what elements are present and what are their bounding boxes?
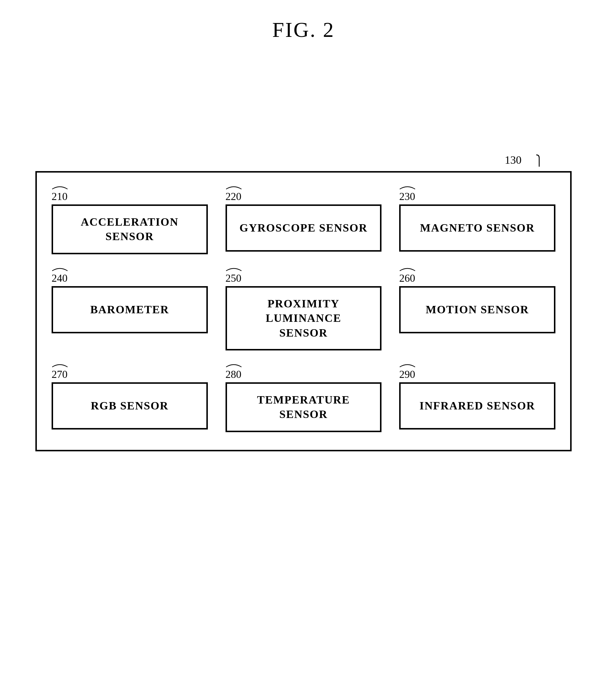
sensor-cell-220: 220GYROSCOPE SENSOR bbox=[226, 190, 382, 254]
sensor-box-210: ACCELERATION SENSOR bbox=[51, 204, 208, 254]
sensor-label-220: GYROSCOPE SENSOR bbox=[239, 221, 367, 235]
sensor-label-230: MAGNETO SENSOR bbox=[420, 221, 535, 235]
sensor-box-260: MOTION SENSOR bbox=[399, 286, 556, 333]
ref-label-210: 210 bbox=[51, 191, 67, 202]
ref-label-270: 270 bbox=[51, 368, 67, 380]
sensor-label-270: RGB SENSOR bbox=[91, 399, 169, 413]
sensor-box-270: RGB SENSOR bbox=[51, 382, 208, 429]
sensor-cell-210: 210ACCELERATION SENSOR bbox=[51, 190, 208, 254]
sensor-label-290: INFRARED SENSOR bbox=[419, 399, 535, 413]
sensor-cell-280: 280TEMPERATURE SENSOR bbox=[226, 368, 382, 432]
figure-title: FIG. 2 bbox=[0, 0, 607, 42]
ref-label-280: 280 bbox=[226, 368, 242, 380]
sensor-cell-270: 270RGB SENSOR bbox=[51, 368, 208, 432]
ref-label-220: 220 bbox=[226, 191, 242, 202]
ref-label-290: 290 bbox=[399, 368, 415, 380]
ref-label-230: 230 bbox=[399, 191, 415, 202]
sensor-cell-260: 260MOTION SENSOR bbox=[399, 272, 556, 351]
sensor-label-260: MOTION SENSOR bbox=[426, 302, 529, 317]
ref-label-240: 240 bbox=[51, 272, 67, 284]
sensor-cell-240: 240BAROMETER bbox=[51, 272, 208, 351]
outer-box: 210ACCELERATION SENSOR 220GYROSCOPE SENS… bbox=[35, 171, 572, 451]
ref-label-260: 260 bbox=[399, 272, 415, 284]
sensor-label-210: ACCELERATION SENSOR bbox=[59, 215, 201, 244]
sensor-box-290: INFRARED SENSOR bbox=[399, 382, 556, 429]
sensor-box-220: GYROSCOPE SENSOR bbox=[226, 204, 382, 252]
sensor-box-240: BAROMETER bbox=[51, 286, 208, 333]
ref-130-arrow bbox=[519, 152, 542, 169]
sensor-box-280: TEMPERATURE SENSOR bbox=[226, 382, 382, 432]
sensor-label-250: PROXIMITY LUMINANCE SENSOR bbox=[233, 297, 374, 340]
sensor-cell-290: 290INFRARED SENSOR bbox=[399, 368, 556, 432]
sensor-label-280: TEMPERATURE SENSOR bbox=[233, 393, 374, 422]
sensor-box-250: PROXIMITY LUMINANCE SENSOR bbox=[226, 286, 382, 351]
sensor-cell-230: 230MAGNETO SENSOR bbox=[399, 190, 556, 254]
sensor-cell-250: 250PROXIMITY LUMINANCE SENSOR bbox=[226, 272, 382, 351]
sensor-grid: 210ACCELERATION SENSOR 220GYROSCOPE SENS… bbox=[51, 190, 556, 432]
diagram-area: 130 210ACCELERATION SENSOR 220GYROSCOPE … bbox=[35, 154, 572, 174]
sensor-label-240: BAROMETER bbox=[90, 302, 169, 317]
ref-label-250: 250 bbox=[226, 272, 242, 284]
sensor-box-230: MAGNETO SENSOR bbox=[399, 204, 556, 252]
